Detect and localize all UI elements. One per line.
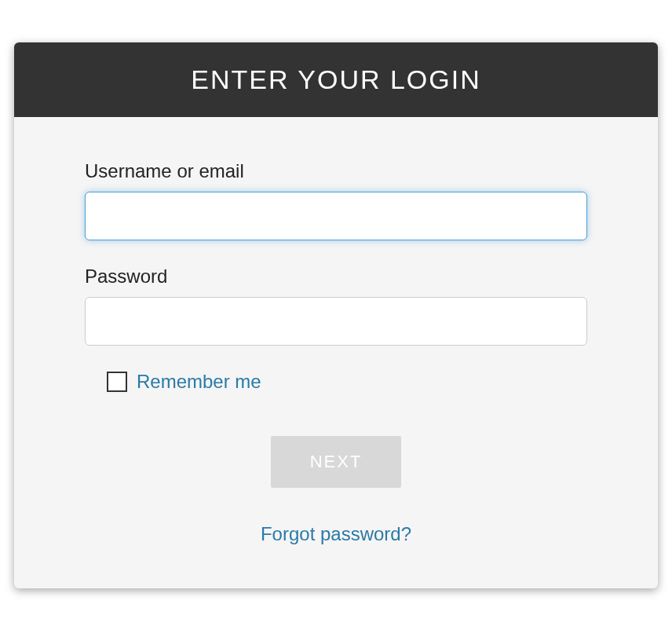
forgot-password-link[interactable]: Forgot password?	[261, 523, 411, 544]
username-label: Username or email	[85, 160, 587, 182]
password-field-group: Password	[85, 266, 587, 346]
username-input[interactable]	[85, 192, 587, 240]
remember-checkbox[interactable]	[107, 372, 127, 392]
login-card: ENTER YOUR LOGIN Username or email Passw…	[14, 42, 658, 588]
username-field-group: Username or email	[85, 160, 587, 240]
login-header-title: ENTER YOUR LOGIN	[14, 42, 658, 117]
button-row: NEXT	[85, 436, 587, 488]
forgot-row: Forgot password?	[85, 523, 587, 557]
login-body: Username or email Password Remember me N…	[14, 117, 658, 588]
password-label: Password	[85, 266, 587, 288]
password-input[interactable]	[85, 297, 587, 346]
remember-row: Remember me	[85, 371, 587, 393]
remember-label[interactable]: Remember me	[137, 371, 261, 393]
next-button[interactable]: NEXT	[271, 436, 402, 488]
